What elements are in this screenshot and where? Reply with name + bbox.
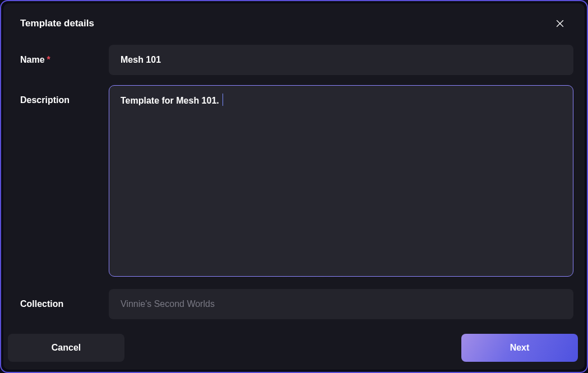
collection-select[interactable]: Vinnie's Second Worlds [109, 289, 573, 319]
description-row: Description [20, 85, 573, 279]
dialog-title: Template details [20, 18, 94, 29]
dialog-footer: Cancel Next [3, 326, 585, 370]
description-input[interactable] [109, 85, 573, 277]
name-input[interactable] [109, 45, 573, 75]
name-label: Name [20, 55, 45, 64]
description-label: Description [20, 95, 70, 105]
cancel-button[interactable]: Cancel [8, 334, 124, 362]
text-caret [223, 94, 223, 106]
collection-label: Collection [20, 299, 63, 309]
template-details-dialog: Template details Name* Description [3, 3, 585, 370]
next-button[interactable]: Next [461, 334, 578, 362]
close-icon [554, 18, 566, 29]
dialog-content: Name* Description Collection Vinnie's Se… [3, 41, 585, 326]
collection-row: Collection Vinnie's Second Worlds [20, 289, 573, 319]
close-button[interactable] [552, 16, 568, 31]
dialog-header: Template details [3, 3, 585, 41]
required-indicator: * [47, 55, 50, 64]
name-row: Name* [20, 45, 573, 75]
